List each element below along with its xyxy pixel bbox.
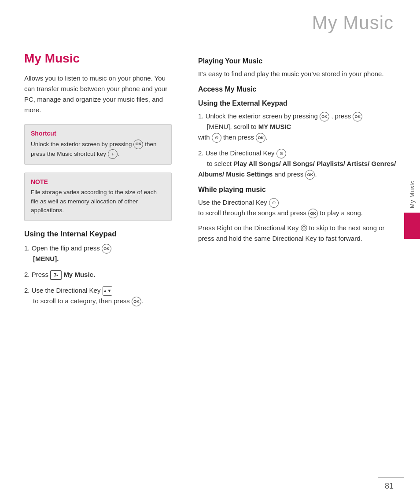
- shortcut-text: Unlock the exterior screen by pressing O…: [31, 140, 165, 159]
- external-step1: 1. Unlock the exterior screen by pressin…: [198, 111, 402, 143]
- playing-intro-text: It’s easy to find and play the music you…: [198, 69, 402, 79]
- page-number: 81: [385, 482, 394, 491]
- ok-icon-step1: OK: [102, 244, 111, 254]
- dir-icon-ext2: ⊙: [276, 149, 286, 158]
- dir-icon-while: ⊙: [269, 198, 279, 208]
- sidebar-bar: [404, 213, 420, 239]
- note-title: NOTE: [31, 178, 165, 185]
- sidebar-label: My Music: [409, 176, 416, 213]
- while-playing-heading: While playing music: [198, 186, 402, 194]
- note-text: File storage varies according to the siz…: [31, 188, 165, 216]
- while-text2: Press Right on the Directional Key ⓞ to …: [198, 223, 402, 244]
- updown-icon-left: ▲▼: [103, 286, 112, 296]
- internal-keypad-heading: Using the Internal Keypad: [24, 230, 172, 239]
- internal-step3: 2. Use the Directional Key ▲▼ to scroll …: [24, 285, 172, 306]
- using-external-keypad-heading: Using the External Keypad: [198, 99, 402, 107]
- while-text1: Use the Directional Key ⊙ to scroll thro…: [198, 197, 402, 218]
- bottom-rule: [378, 477, 404, 478]
- num7-key-icon: 7▪: [50, 270, 62, 280]
- external-step2: 2. Use the Directional Key ⊙ to select P…: [198, 148, 402, 180]
- ok-icon-step3: OK: [132, 297, 141, 306]
- music-shortcut-icon: ♪: [108, 149, 118, 159]
- ok-icon-ext2: OK: [305, 170, 315, 180]
- ok-icon-ext1a: OK: [320, 112, 329, 121]
- internal-step1: 1. Open the flip and press OK [MENU].: [24, 243, 172, 264]
- playing-your-music-heading: Playing Your Music: [198, 57, 402, 65]
- shortcut-title: Shortcut: [31, 130, 165, 137]
- ok-icon-shortcut: OK: [133, 140, 143, 149]
- access-my-music-heading: Access My Music: [198, 85, 402, 93]
- left-column: My Music Allows you to listen to music o…: [0, 42, 185, 320]
- section-title: My Music: [24, 51, 172, 66]
- dir-icon-ext1: ⊙: [212, 133, 221, 143]
- shortcut-box: Shortcut Unlock the exterior screen by p…: [24, 124, 172, 165]
- internal-step2: 2. Press 7▪ My Music.: [24, 269, 172, 280]
- intro-paragraph: Allows you to listen to music on your ph…: [24, 73, 172, 115]
- ok-icon-while: OK: [308, 209, 318, 218]
- sidebar-tab: My Music: [404, 176, 420, 239]
- right-column: Playing Your Music It’s easy to find and…: [185, 42, 420, 320]
- ok-icon-ext1b: OK: [353, 112, 362, 121]
- note-box: NOTE File storage varies according to th…: [24, 173, 172, 221]
- page-header-title: My Music: [0, 0, 420, 38]
- ok-icon-ext1c: OK: [256, 133, 265, 143]
